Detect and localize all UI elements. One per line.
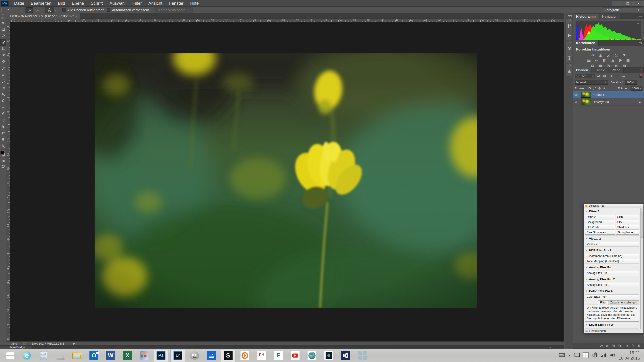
collapse-triangle-icon[interactable]: ▼ xyxy=(585,210,588,213)
panel-menu-icon[interactable]: ▾≡ xyxy=(548,346,551,348)
close-button[interactable]: × xyxy=(639,204,642,207)
status-menu-arrow[interactable]: ▶ xyxy=(73,342,75,345)
menu-datei[interactable]: Datei xyxy=(11,0,27,7)
filter-shape-layers-icon[interactable] xyxy=(616,74,620,78)
tool-dodge[interactable] xyxy=(0,104,6,110)
selective-tool-titlebar[interactable]: Selective Tool – × xyxy=(584,204,643,208)
taskbar-freehand-icon[interactable]: FH xyxy=(254,349,269,362)
actions-panel-icon[interactable] xyxy=(566,31,573,40)
tool-type[interactable] xyxy=(0,117,6,123)
tab-filter[interactable]: Filter xyxy=(598,300,608,305)
layer-name[interactable]: Ebene 1 xyxy=(592,93,604,96)
taskbar-web-globe-icon[interactable] xyxy=(304,349,319,362)
tool-zoom[interactable] xyxy=(0,143,6,149)
tool-clone-stamp[interactable] xyxy=(0,71,6,78)
minimize-button[interactable]: – xyxy=(634,204,638,207)
collapse-triangle-icon[interactable]: ▼ xyxy=(585,237,588,240)
tab-close-icon[interactable]: × xyxy=(76,14,78,18)
taskbar-youtube-icon[interactable] xyxy=(288,349,302,362)
visibility-eye-icon[interactable] xyxy=(573,91,579,98)
tool-brush[interactable] xyxy=(0,65,6,71)
filter-button-viveza-2[interactable]: Viveza 2 xyxy=(585,242,639,247)
section-analog-efex-pro-2[interactable]: ▼Analog Efex Pro 2 xyxy=(585,276,640,282)
visibility-eye-icon[interactable] xyxy=(573,98,579,105)
tab-pfade[interactable]: Pfade xyxy=(608,67,624,73)
panel-menu-icon[interactable]: ▾≡ xyxy=(638,14,644,19)
collapse-triangle-icon[interactable]: ▼ xyxy=(585,249,588,252)
filter-adjustment-layers-icon[interactable] xyxy=(603,74,608,78)
section-dfine-2[interactable]: ▼Dfine 2 xyxy=(585,208,640,214)
filter-pixel-layers-icon[interactable] xyxy=(596,74,602,78)
menu-bild[interactable]: Bild xyxy=(54,0,68,7)
tool-lasso[interactable] xyxy=(0,33,6,39)
taskbar-faststone-icon[interactable]: F xyxy=(271,349,286,362)
menu-fenster[interactable]: Fenster xyxy=(166,0,187,7)
tool-eyedropper[interactable] xyxy=(0,52,6,58)
color-balance-icon[interactable] xyxy=(594,58,600,63)
document-tab[interactable]: DSC03276.ARW bei 33% (Ebene 1, RGB/16) *… xyxy=(6,13,80,19)
delete-layer-icon[interactable] xyxy=(638,344,641,348)
filter-button-shadows[interactable]: Shadows xyxy=(616,225,639,230)
quick-mask-button[interactable] xyxy=(0,158,6,164)
layer-row-ebene-1[interactable]: Ebene 1 xyxy=(573,91,644,98)
taskbar-scanner-icon[interactable] xyxy=(204,349,219,362)
foreground-color-swatch[interactable] xyxy=(1,151,4,154)
filter-smart-objects-icon[interactable] xyxy=(622,74,626,78)
taskbar-lightroom-icon[interactable]: Lr xyxy=(170,349,185,362)
tool-marquee[interactable] xyxy=(0,26,6,33)
collapse-triangle-icon[interactable]: ▼ xyxy=(585,278,588,281)
filter-button-zusammenf-hren-bildreihe-[interactable]: Zusammenführen (Bildreihe) xyxy=(585,254,639,258)
section-analog-efex-pro[interactable]: ▼Analog Efex Pro xyxy=(585,264,640,270)
menu-hilfe[interactable]: Hilfe xyxy=(187,0,202,7)
tool-blur[interactable] xyxy=(0,97,6,104)
taskbar-translator-icon[interactable]: λ xyxy=(53,349,68,362)
minimize-button[interactable]: – xyxy=(612,1,622,6)
menu-schrift[interactable]: Schrift xyxy=(88,0,106,7)
tab-ebenen[interactable]: Ebenen xyxy=(573,67,592,73)
black-white-icon[interactable] xyxy=(602,58,608,63)
menu-filter[interactable]: Filter xyxy=(129,0,145,7)
filter-button-fine-structures[interactable]: Fine Structures xyxy=(585,230,615,235)
add-selection-icon[interactable] xyxy=(26,7,33,13)
filter-button-tone-mapping-einzelbild-[interactable]: Tone Mapping (Einzelbild) xyxy=(585,259,639,264)
taskbar-sublime-icon[interactable]: S xyxy=(221,349,236,362)
section-viveza-2[interactable]: ▼Viveza 2 xyxy=(585,235,640,241)
scrollbar[interactable]: ▲ ▼ xyxy=(640,208,643,329)
filter-button-analog-efex-pro[interactable]: Analog Efex Pro xyxy=(585,271,639,275)
exposure-icon[interactable] xyxy=(613,53,619,57)
layer-thumbnail[interactable] xyxy=(581,99,591,105)
taskbar-visual-studio-icon[interactable] xyxy=(338,349,353,362)
taskbar-podcast-icon[interactable] xyxy=(238,349,252,362)
screen-mode-button[interactable] xyxy=(0,164,6,169)
filter-type-layers-icon[interactable]: T xyxy=(609,74,614,78)
touchpad-icon[interactable] xyxy=(574,352,580,359)
zoom-level[interactable]: 33% xyxy=(11,342,17,345)
vibrance-icon[interactable] xyxy=(621,53,627,57)
taskbar-clock[interactable]: 15:21 10.04.2016 xyxy=(619,350,640,361)
filter-button-analog-efex-pro-2[interactable]: Analog Efex Pro 2 xyxy=(585,283,639,287)
panel-menu-icon[interactable]: ▾≡ xyxy=(638,67,644,73)
action-center-icon[interactable] xyxy=(583,352,589,359)
opacity-field[interactable]: 100% ▾ xyxy=(625,80,637,85)
tool-pen[interactable] xyxy=(0,110,6,117)
blend-mode-select[interactable]: Normal ⇕ xyxy=(575,80,608,85)
tool-gradient[interactable] xyxy=(0,91,6,97)
color-lookup-icon[interactable] xyxy=(625,58,631,63)
close-button[interactable]: ✕ xyxy=(633,1,644,6)
scroll-down-icon[interactable]: ▼ xyxy=(641,326,643,329)
collapse-triangle-icon[interactable]: ▼ xyxy=(585,290,588,292)
settings-bar[interactable]: Einstellungen ⋰ xyxy=(584,329,643,333)
taskbar-start-icon[interactable] xyxy=(3,349,18,362)
signal-icon[interactable] xyxy=(601,352,607,359)
brightness-contrast-icon[interactable] xyxy=(590,53,596,57)
menu-bearbeiten[interactable]: Bearbeiten xyxy=(27,0,54,7)
sample-all-layers-checkbox[interactable] xyxy=(62,8,66,12)
menu-ansicht[interactable]: Ansicht xyxy=(145,0,166,7)
lock-all-icon[interactable] xyxy=(603,87,606,90)
layer-row-hintergrund[interactable]: Hintergrund xyxy=(573,98,644,105)
taskbar-word-icon[interactable]: W xyxy=(103,349,118,362)
properties-3d-panel-icon[interactable] xyxy=(566,44,573,53)
tool-crop[interactable] xyxy=(0,45,6,52)
tool-path-selection[interactable] xyxy=(0,123,6,130)
tool-quick-selection[interactable] xyxy=(0,39,6,45)
